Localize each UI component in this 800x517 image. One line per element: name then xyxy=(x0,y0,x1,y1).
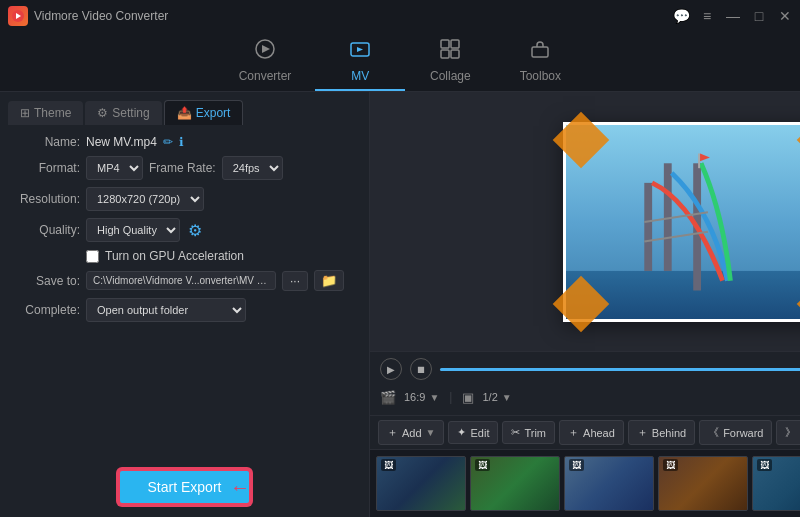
minimize-button[interactable]: — xyxy=(726,9,740,23)
export-arrow-icon: 📤 xyxy=(177,106,192,120)
play-button[interactable]: ▶ xyxy=(380,358,402,380)
sub-tab-theme-label: Theme xyxy=(34,106,71,120)
menu-icon[interactable]: ≡ xyxy=(700,9,714,23)
thumb-icon-4: 🖼 xyxy=(663,459,678,471)
quality-label: Quality: xyxy=(12,223,80,237)
trim-label: Trim xyxy=(524,427,546,439)
name-row: Name: New MV.mp4 ✏ ℹ xyxy=(12,135,357,149)
main-area: ⊞ Theme ⚙ Setting 📤 Export Name: New MV.… xyxy=(0,92,800,517)
aspect-ratio-selector[interactable]: 16:9 ▼ xyxy=(404,391,439,403)
theme-grid-icon: ⊞ xyxy=(20,106,30,120)
timeline-thumb-3[interactable]: 🖼 xyxy=(564,456,654,511)
edit-icon: ✦ xyxy=(457,426,466,439)
aspect-chevron-icon: ▼ xyxy=(429,392,439,403)
open-folder-button[interactable]: 📁 xyxy=(314,270,344,291)
nav-tabs: Converter MV Collage Toolb xyxy=(0,32,800,92)
aspect-ratio-value: 16:9 xyxy=(404,391,425,403)
add-dropdown-icon: ▼ xyxy=(426,427,436,438)
sub-tabs: ⊞ Theme ⚙ Setting 📤 Export xyxy=(0,92,369,125)
clip-chevron-icon: ▼ xyxy=(502,392,512,403)
thumb-icon-5: 🖼 xyxy=(757,459,772,471)
thumb-icon-3: 🖼 xyxy=(569,459,584,471)
clip-selector[interactable]: 1/2 ▼ xyxy=(482,391,511,403)
gpu-checkbox[interactable] xyxy=(86,250,99,263)
saveto-row: Save to: C:\Vidmore\Vidmore V...onverter… xyxy=(12,270,357,291)
name-edit-icon[interactable]: ✏ xyxy=(163,135,173,149)
forward-icon: 《 xyxy=(708,425,719,440)
edit-button[interactable]: ✦ Edit xyxy=(448,421,498,444)
gpu-label: Turn on GPU Acceleration xyxy=(105,249,244,263)
sub-tab-setting-label: Setting xyxy=(112,106,149,120)
format-select[interactable]: MP4 xyxy=(86,156,143,180)
timeline-thumb-1[interactable]: 🖼 xyxy=(376,456,466,511)
bottom-toolbar: ＋ Add ▼ ✦ Edit ✂ Trim ＋ Ahead ＋ Behind 《 xyxy=(370,415,800,449)
close-button[interactable]: ✕ xyxy=(778,9,792,23)
timeline-thumb-5[interactable]: 🖼 xyxy=(752,456,800,511)
maximize-button[interactable]: □ xyxy=(752,9,766,23)
stop-button[interactable]: ⏹ xyxy=(410,358,432,380)
format-row: Format: MP4 Frame Rate: 24fps xyxy=(12,156,357,180)
forward-button[interactable]: 《 Forward xyxy=(699,420,772,445)
preview-video xyxy=(566,125,800,319)
add-icon: ＋ xyxy=(387,425,398,440)
player-row2: 🎬 16:9 ▼ | ▣ 1/2 ▼ Start Export xyxy=(380,385,800,409)
chat-icon[interactable]: 💬 xyxy=(674,9,688,23)
preview-area xyxy=(370,92,800,351)
tab-mv[interactable]: MV xyxy=(315,32,405,91)
behind-icon: ＋ xyxy=(637,425,648,440)
name-value: New MV.mp4 xyxy=(86,135,157,149)
quality-row: Quality: High Quality ⚙ xyxy=(12,218,357,242)
framerate-label: Frame Rate: xyxy=(149,161,216,175)
player-row1: ▶ ⏹ 00:00:38.03/00:00:40.00 🔊 xyxy=(380,358,800,380)
info-icon[interactable]: ℹ xyxy=(179,135,184,149)
timeline-thumb-2[interactable]: 🖼 xyxy=(470,456,560,511)
thumb-icon-1: 🖼 xyxy=(381,459,396,471)
video-icon: 🎬 xyxy=(380,390,396,405)
timeline-thumb-4[interactable]: 🖼 xyxy=(658,456,748,511)
app-title: Vidmore Video Converter xyxy=(34,9,168,23)
export-settings: Name: New MV.mp4 ✏ ℹ Format: MP4 Frame R… xyxy=(0,125,369,453)
tab-converter[interactable]: Converter xyxy=(215,32,316,91)
tab-toolbox[interactable]: Toolbox xyxy=(495,32,585,91)
trim-icon: ✂ xyxy=(511,426,520,439)
browse-dots-button[interactable]: ··· xyxy=(282,271,308,291)
sub-tab-export[interactable]: 📤 Export xyxy=(164,100,244,125)
start-export-area: Start Export ← xyxy=(0,453,369,517)
backward-button[interactable]: 》 Backward xyxy=(776,420,800,445)
converter-icon xyxy=(254,38,276,65)
edit-label: Edit xyxy=(470,427,489,439)
seek-progress xyxy=(440,368,800,371)
tab-collage[interactable]: Collage xyxy=(405,32,495,91)
arrow-indicator: ← xyxy=(230,476,250,499)
clip-icon: ▣ xyxy=(462,390,474,405)
app-icon xyxy=(8,6,28,26)
ahead-icon: ＋ xyxy=(568,425,579,440)
preview-frame xyxy=(563,122,800,322)
sub-tab-theme[interactable]: ⊞ Theme xyxy=(8,101,83,125)
behind-button[interactable]: ＋ Behind xyxy=(628,420,695,445)
svg-rect-8 xyxy=(451,50,459,58)
gpu-row: Turn on GPU Acceleration xyxy=(12,249,357,263)
resolution-row: Resolution: 1280x720 (720p) xyxy=(12,187,357,211)
add-label: Add xyxy=(402,427,422,439)
quality-select[interactable]: High Quality xyxy=(86,218,180,242)
complete-row: Complete: Open output folder xyxy=(12,298,357,322)
seek-bar[interactable] xyxy=(440,368,800,371)
mv-icon xyxy=(349,38,371,65)
timeline: 🖼 🖼 🖼 🖼 xyxy=(370,449,800,517)
format-label: Format: xyxy=(12,161,80,175)
ahead-label: Ahead xyxy=(583,427,615,439)
complete-select[interactable]: Open output folder xyxy=(86,298,246,322)
add-button[interactable]: ＋ Add ▼ xyxy=(378,420,444,445)
sub-tab-setting[interactable]: ⚙ Setting xyxy=(85,101,161,125)
resolution-select[interactable]: 1280x720 (720p) xyxy=(86,187,204,211)
ahead-button[interactable]: ＋ Ahead xyxy=(559,420,624,445)
sub-tab-export-label: Export xyxy=(196,106,231,120)
quality-gear-icon[interactable]: ⚙ xyxy=(188,221,202,240)
player-controls: ▶ ⏹ 00:00:38.03/00:00:40.00 🔊 🎬 16:9 ▼ | xyxy=(370,351,800,415)
svg-rect-7 xyxy=(441,50,449,58)
toolbox-icon xyxy=(529,38,551,65)
framerate-select[interactable]: 24fps xyxy=(222,156,283,180)
left-panel: ⊞ Theme ⚙ Setting 📤 Export Name: New MV.… xyxy=(0,92,370,517)
trim-button[interactable]: ✂ Trim xyxy=(502,421,555,444)
